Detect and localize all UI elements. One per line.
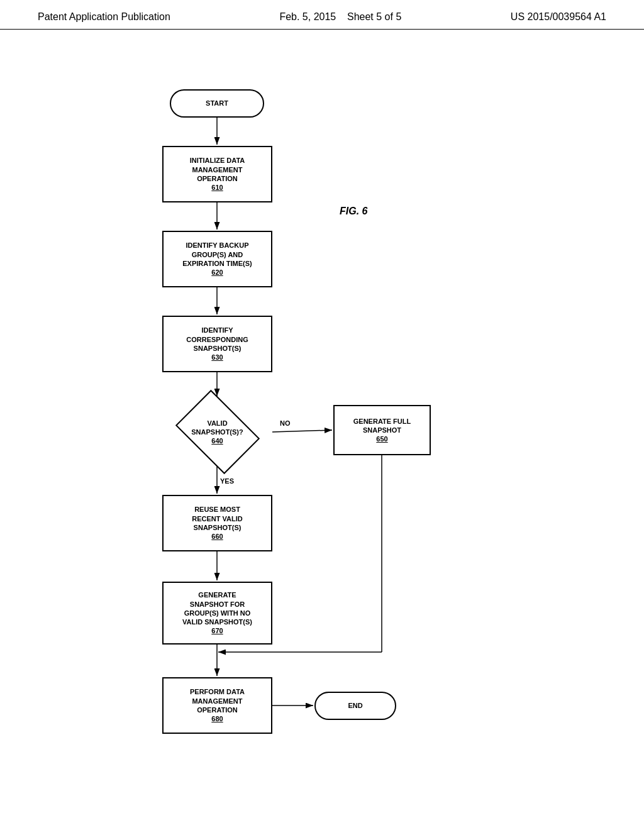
header-left: Patent Application Publication <box>38 11 170 23</box>
header-center: Feb. 5, 2015 Sheet 5 of 5 <box>279 11 401 23</box>
diagram-area: FIG. 6 START INITIALIZE DATAMANAGEMENTOP… <box>0 30 644 809</box>
page-header: Patent Application Publication Feb. 5, 2… <box>0 0 644 30</box>
svg-text:YES: YES <box>220 477 234 485</box>
shape-680: PERFORM DATAMANAGEMENTOPERATION 680 <box>162 677 272 734</box>
shape-610: INITIALIZE DATAMANAGEMENTOPERATION 610 <box>162 146 272 202</box>
flow-arrows: NO YES <box>0 30 644 809</box>
shape-630: IDENTIFYCORRESPONDINGSNAPSHOT(S) 630 <box>162 316 272 372</box>
shape-650: GENERATE FULLSNAPSHOT 650 <box>333 405 431 455</box>
shape-660: REUSE MOSTRECENT VALIDSNAPSHOT(S) 660 <box>162 495 272 551</box>
start-shape: START <box>170 89 264 118</box>
svg-line-5 <box>272 430 332 432</box>
end-shape: END <box>314 692 396 720</box>
shape-620: IDENTIFY BACKUPGROUP(S) ANDEXPIRATION TI… <box>162 231 272 287</box>
shape-640: VALIDSNAPSHOT(S)? 640 <box>162 397 272 467</box>
shape-670: GENERATESNAPSHOT FORGROUP(S) WITH NOVALI… <box>162 582 272 645</box>
figure-label: FIG. 6 <box>340 206 367 217</box>
svg-text:NO: NO <box>280 419 291 427</box>
header-right: US 2015/0039564 A1 <box>511 11 606 23</box>
